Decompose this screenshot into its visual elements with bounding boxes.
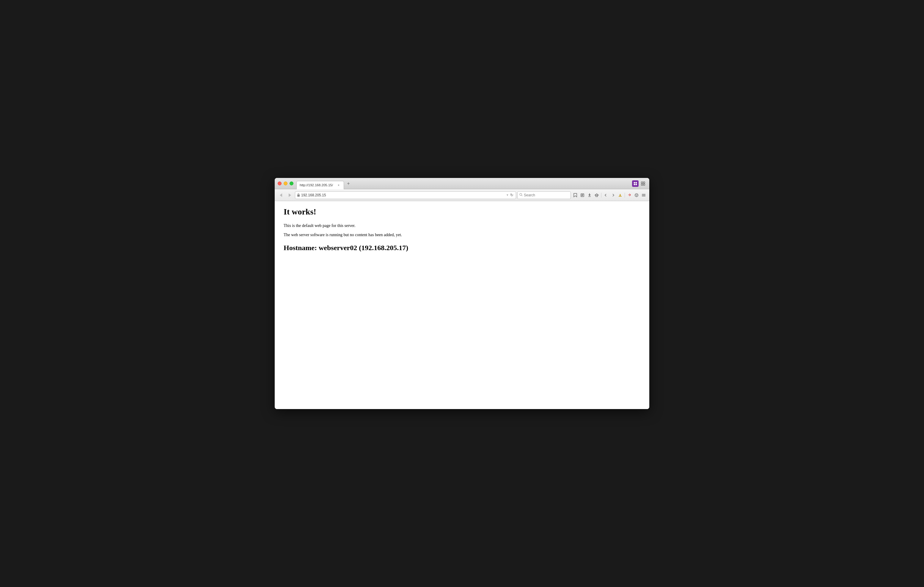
share-button[interactable] — [626, 192, 633, 199]
svg-rect-6 — [641, 184, 643, 185]
svg-point-11 — [520, 193, 522, 196]
bookmark-button[interactable] — [572, 192, 579, 199]
page-sub-heading: Hostname: webserver02 (192.168.205.17) — [284, 244, 640, 252]
nav-bar: ▾ ↻ — [275, 189, 649, 201]
page-paragraph-1: This is the default web page for this se… — [284, 222, 640, 229]
toolbar-separator-2 — [625, 193, 625, 197]
home-button[interactable] — [593, 192, 600, 199]
browser-tab[interactable]: http://192.168.205.15/ × — [296, 181, 344, 189]
tab-close-button[interactable]: × — [337, 183, 341, 187]
svg-rect-23 — [619, 196, 622, 197]
reader-button[interactable] — [579, 192, 586, 199]
svg-rect-4 — [641, 182, 643, 183]
svg-line-12 — [522, 196, 523, 196]
svg-rect-19 — [588, 196, 591, 197]
page-content: It works! This is the default web page f… — [275, 201, 649, 409]
page-main-heading: It works! — [284, 207, 640, 217]
close-button[interactable] — [278, 181, 282, 185]
search-icon — [520, 193, 523, 197]
svg-rect-20 — [589, 193, 590, 195]
svg-rect-31 — [642, 196, 645, 196]
svg-point-26 — [635, 193, 638, 197]
maximize-button[interactable] — [290, 181, 294, 185]
search-input[interactable] — [524, 193, 569, 197]
extension-icon[interactable] — [632, 180, 639, 187]
download-button[interactable] — [586, 192, 593, 199]
resize-icon[interactable] — [640, 180, 646, 187]
svg-point-3 — [635, 184, 637, 185]
svg-point-1 — [635, 182, 637, 183]
svg-rect-29 — [642, 194, 645, 194]
window-controls — [278, 181, 294, 185]
emoji-button[interactable] — [633, 192, 640, 199]
tab-url: http://192.168.205.15/ — [300, 183, 335, 187]
refresh-button[interactable]: ↻ — [510, 193, 514, 197]
svg-marker-8 — [280, 193, 282, 197]
highlight-button[interactable] — [617, 192, 624, 199]
back-nav-button[interactable] — [602, 192, 609, 199]
address-input[interactable] — [301, 193, 505, 197]
tab-bar: http://192.168.205.15/ × + — [296, 178, 632, 189]
page-paragraph-2: The web server software is running but n… — [284, 232, 640, 238]
forward-nav-button[interactable] — [610, 192, 616, 199]
minimize-button[interactable] — [284, 181, 287, 185]
svg-point-28 — [637, 194, 637, 195]
svg-rect-22 — [596, 195, 597, 197]
svg-point-0 — [634, 182, 635, 183]
svg-rect-5 — [644, 182, 645, 183]
svg-point-2 — [634, 184, 635, 185]
toolbar-icons — [572, 192, 647, 199]
lock-icon — [297, 193, 300, 197]
back-button[interactable] — [277, 191, 285, 199]
title-bar: http://192.168.205.15/ × + — [275, 178, 649, 189]
svg-marker-9 — [289, 193, 291, 197]
forward-button[interactable] — [286, 191, 294, 199]
browser-window: http://192.168.205.15/ × + — [275, 178, 649, 409]
address-dropdown-icon[interactable]: ▾ — [507, 193, 508, 197]
svg-rect-7 — [644, 184, 645, 185]
svg-rect-30 — [642, 195, 645, 196]
new-tab-button[interactable]: + — [345, 180, 352, 187]
svg-point-27 — [635, 194, 636, 195]
address-bar[interactable]: ▾ ↻ — [295, 191, 516, 199]
menu-button[interactable] — [640, 192, 647, 199]
svg-rect-10 — [297, 194, 300, 197]
search-bar[interactable] — [517, 191, 571, 199]
window-ext-icons — [632, 180, 646, 187]
svg-marker-24 — [619, 194, 621, 196]
svg-marker-13 — [574, 193, 577, 197]
